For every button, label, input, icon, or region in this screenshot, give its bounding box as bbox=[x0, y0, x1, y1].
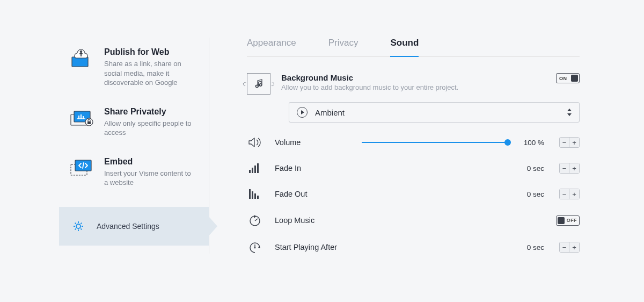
fade-in-value: 0 sec bbox=[527, 164, 544, 172]
svg-rect-4 bbox=[78, 116, 79, 119]
start-after-value: 0 sec bbox=[527, 243, 544, 251]
sound-section: Background Music Allow you to add backgr… bbox=[247, 57, 580, 254]
selected-track: Ambient bbox=[315, 108, 345, 117]
start-after-stepper[interactable]: − + bbox=[559, 242, 580, 253]
svg-rect-8 bbox=[87, 121, 91, 124]
loop-icon bbox=[247, 214, 263, 227]
svg-point-23 bbox=[254, 247, 256, 249]
volume-slider[interactable] bbox=[362, 142, 508, 143]
sidebar-item-share-privately[interactable]: Share Privately Allow only specific peop… bbox=[59, 97, 209, 147]
svg-rect-14 bbox=[249, 170, 251, 173]
start-after-plus-button[interactable]: + bbox=[569, 242, 579, 252]
embed-code-icon bbox=[70, 157, 94, 178]
fade-in-minus-button[interactable]: − bbox=[560, 163, 569, 173]
svg-rect-19 bbox=[252, 191, 253, 199]
music-note-icon bbox=[247, 73, 270, 95]
volume-stepper[interactable]: − + bbox=[559, 137, 580, 148]
svg-point-13 bbox=[259, 84, 262, 86]
svg-point-11 bbox=[76, 224, 80, 228]
svg-rect-18 bbox=[249, 189, 251, 199]
main-panel: Appearance Privacy Sound Background Musi… bbox=[209, 38, 580, 254]
dropdown-caret-icon bbox=[567, 109, 572, 116]
cloud-upload-icon bbox=[70, 47, 94, 69]
gear-icon bbox=[70, 215, 87, 237]
fade-out-plus-button[interactable]: + bbox=[569, 189, 579, 199]
svg-rect-15 bbox=[252, 168, 253, 173]
fade-out-value: 0 sec bbox=[527, 190, 544, 198]
svg-rect-5 bbox=[80, 114, 82, 119]
tabs-bar: Appearance Privacy Sound bbox=[247, 38, 580, 57]
music-track-select[interactable]: Ambient bbox=[289, 102, 580, 123]
sidebar-item-title: Publish for Web bbox=[104, 47, 198, 57]
fade-in-stepper[interactable]: − + bbox=[559, 163, 580, 174]
timer-delay-icon bbox=[247, 241, 263, 254]
fade-in-plus-button[interactable]: + bbox=[569, 163, 579, 173]
sidebar-item-advanced-settings[interactable]: Advanced Settings bbox=[59, 207, 209, 246]
svg-rect-0 bbox=[72, 57, 88, 67]
tab-sound[interactable]: Sound bbox=[390, 38, 419, 57]
background-music-toggle[interactable]: ON bbox=[556, 73, 580, 83]
loop-music-label: Loop Music bbox=[275, 216, 350, 225]
volume-minus-button[interactable]: − bbox=[560, 138, 569, 147]
sidebar-item-title: Advanced Settings bbox=[97, 222, 198, 231]
loop-music-toggle[interactable]: OFF bbox=[556, 215, 580, 226]
volume-value: 100 % bbox=[524, 139, 544, 147]
sidebar-item-title: Share Privately bbox=[104, 107, 198, 117]
volume-plus-button[interactable]: + bbox=[569, 138, 579, 147]
svg-rect-20 bbox=[254, 193, 256, 199]
svg-rect-16 bbox=[254, 166, 256, 173]
sidebar-item-desc: Share as a link, share on social media, … bbox=[104, 59, 195, 88]
fade-out-stepper[interactable]: − + bbox=[559, 189, 580, 199]
section-subtitle: Allow you to add background music to you… bbox=[281, 83, 545, 91]
section-title: Background Music bbox=[281, 73, 545, 82]
sidebar-item-title: Embed bbox=[104, 157, 198, 167]
svg-rect-6 bbox=[83, 116, 84, 119]
share-lock-icon bbox=[70, 107, 94, 128]
svg-rect-17 bbox=[257, 163, 259, 173]
start-after-label: Start Playing After bbox=[275, 243, 350, 251]
sidebar: Publish for Web Share as a link, share o… bbox=[59, 38, 209, 254]
sidebar-item-desc: Allow only specific people to access bbox=[104, 119, 195, 138]
tab-appearance[interactable]: Appearance bbox=[247, 38, 296, 57]
fade-out-minus-button[interactable]: − bbox=[560, 189, 569, 199]
sidebar-item-publish-for-web[interactable]: Publish for Web Share as a link, share o… bbox=[59, 38, 209, 97]
start-after-minus-button[interactable]: − bbox=[560, 242, 569, 252]
fade-out-label: Fade Out bbox=[275, 190, 350, 198]
fade-in-label: Fade In bbox=[275, 164, 350, 172]
volume-label: Volume bbox=[275, 138, 350, 147]
fade-in-icon bbox=[247, 162, 263, 174]
slider-thumb[interactable] bbox=[504, 139, 511, 146]
tab-privacy[interactable]: Privacy bbox=[328, 38, 358, 57]
sidebar-item-desc: Insert your Visme content to a website bbox=[104, 169, 195, 188]
volume-icon bbox=[247, 136, 263, 148]
fade-out-icon bbox=[247, 188, 263, 200]
play-icon[interactable] bbox=[297, 107, 308, 118]
sidebar-item-embed[interactable]: Embed Insert your Visme content to a web… bbox=[59, 147, 209, 197]
svg-rect-21 bbox=[257, 196, 259, 199]
